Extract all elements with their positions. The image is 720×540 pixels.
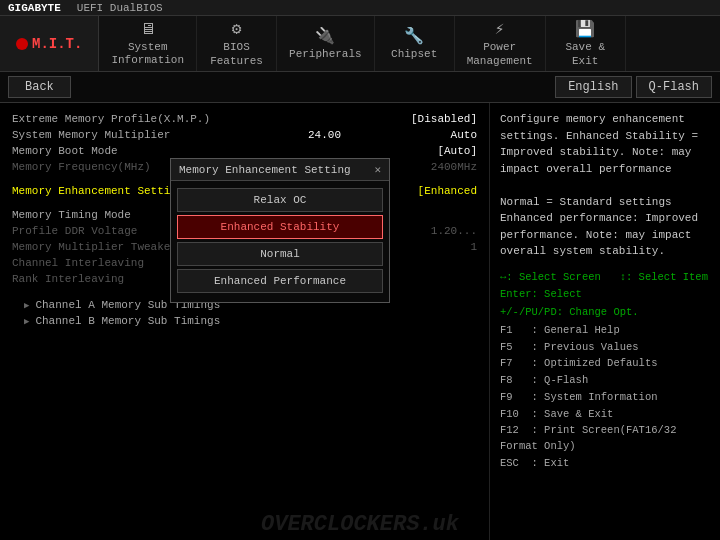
tab-system-information-label: SystemInformation [111,41,184,67]
memory-freq-label: Memory Frequency(MHz) [12,161,151,173]
mit-tab[interactable]: M.I.T. [0,16,99,71]
red-dot-icon [16,38,28,50]
dropdown-close-icon[interactable]: ✕ [374,163,381,176]
peripherals-icon: 🔌 [315,26,335,46]
brand-logo: GIGABYTE [8,2,61,14]
tab-bios-features[interactable]: ⚙ BIOSFeatures [197,16,277,71]
language-button[interactable]: English [555,76,631,98]
back-button[interactable]: Back [8,76,71,98]
shortcut-f7: F7 : Optimized Defaults [500,356,710,372]
shortcut-f8: F8 : Q-Flash [500,373,710,389]
shortcut-f10: F10 : Save & Exit [500,407,710,423]
tab-power-management[interactable]: ⚡ PowerManagement [455,16,546,71]
profile-ddr-label: Profile DDR Voltage [12,225,137,237]
shortcut-f9: F9 : System Information [500,390,710,406]
controls-help: ↔: Select Screen ↕: Select Item Enter: S… [500,270,710,472]
dropdown-item-normal[interactable]: Normal [177,242,383,266]
setting-memory-multiplier[interactable]: System Memory Multiplier 24.00 Auto [12,127,477,143]
save-icon: 💾 [575,19,595,39]
dropdown-item-enhanced-performance[interactable]: Enhanced Performance [177,269,383,293]
mem-mult-tweaker-label: Memory Multiplier Tweaker [12,241,177,253]
rank-interleaving-label: Rank Interleaving [12,273,124,285]
right-panel: Configure memory enhancement settings. E… [490,103,720,540]
channel-b-label: Channel B Memory Sub Timings [35,315,220,327]
power-icon: ⚡ [495,19,505,39]
channel-b-sub-timings[interactable]: Channel B Memory Sub Timings [12,313,477,329]
setting-xmp[interactable]: Extreme Memory Profile(X.M.P.) [Disabled… [12,111,477,127]
shortcut-f12: F12 : Print Screen(FAT16/32 Format Only) [500,423,710,455]
tab-save-exit[interactable]: 💾 Save &Exit [546,16,626,71]
mit-label: M.I.T. [32,36,82,52]
dropdown-title: Memory Enhancement Setting ✕ [171,159,389,181]
nav-tabs: M.I.T. 🖥 SystemInformation ⚙ BIOSFeature… [0,16,720,72]
dropdown-item-relax-oc[interactable]: Relax OC [177,188,383,212]
memory-multiplier-secondary: 24.00 [221,129,341,141]
tab-chipset[interactable]: 🔧 Chipset [375,16,455,71]
dropdown-item-enhanced-stability[interactable]: Enhanced Stability [177,215,383,239]
qflash-button[interactable]: Q-Flash [636,76,712,98]
help-text: Configure memory enhancement settings. E… [500,111,710,260]
dropdown-items: Relax OC Enhanced Stability Normal Enhan… [171,181,389,302]
shortcut-f5: F5 : Previous Values [500,340,710,356]
tab-system-information[interactable]: 🖥 SystemInformation [99,16,197,71]
tab-bios-features-label: BIOSFeatures [210,41,263,67]
dropdown-title-text: Memory Enhancement Setting [179,164,351,176]
memory-timing-label: Memory Timing Mode [12,209,131,221]
memory-multiplier-value: Auto [357,129,477,141]
xmp-label: Extreme Memory Profile(X.M.P.) [12,113,210,125]
shortcut-esc: ESC : Exit [500,456,710,472]
action-bar: Back English Q-Flash [0,72,720,103]
shortcut-arrows: ↔: Select Screen ↕: Select Item [500,270,710,286]
shortcut-change: +/-/PU/PD: Change Opt. [500,305,710,321]
memory-enhancement-label: Memory Enhancement Settings [12,185,190,197]
bios-features-icon: ⚙ [232,19,242,39]
dropdown-overlay: Memory Enhancement Setting ✕ Relax OC En… [170,158,390,303]
xmp-value: [Disabled] [357,113,477,125]
lang-flash-group: English Q-Flash [555,76,712,98]
tab-power-management-label: PowerManagement [467,41,533,67]
memory-boot-mode-label: Memory Boot Mode [12,145,118,157]
shortcut-f1: F1 : General Help [500,323,710,339]
memory-boot-mode-value: [Auto] [357,145,477,157]
tab-save-exit-label: Save &Exit [565,41,605,67]
system-info-icon: 🖥 [140,20,156,39]
main-content: Extreme Memory Profile(X.M.P.) [Disabled… [0,103,720,540]
tab-peripherals-label: Peripherals [289,48,362,61]
setting-memory-boot-mode[interactable]: Memory Boot Mode [Auto] [12,143,477,159]
memory-multiplier-label: System Memory Multiplier [12,129,170,141]
channel-interleaving-label: Channel Interleaving [12,257,144,269]
tab-chipset-label: Chipset [391,48,437,61]
chipset-icon: 🔧 [404,26,424,46]
dual-bios-label: UEFI DualBIOS [77,2,163,14]
top-bar: GIGABYTE UEFI DualBIOS [0,0,720,16]
tab-peripherals[interactable]: 🔌 Peripherals [277,16,375,71]
shortcut-enter: Enter: Select [500,287,710,303]
